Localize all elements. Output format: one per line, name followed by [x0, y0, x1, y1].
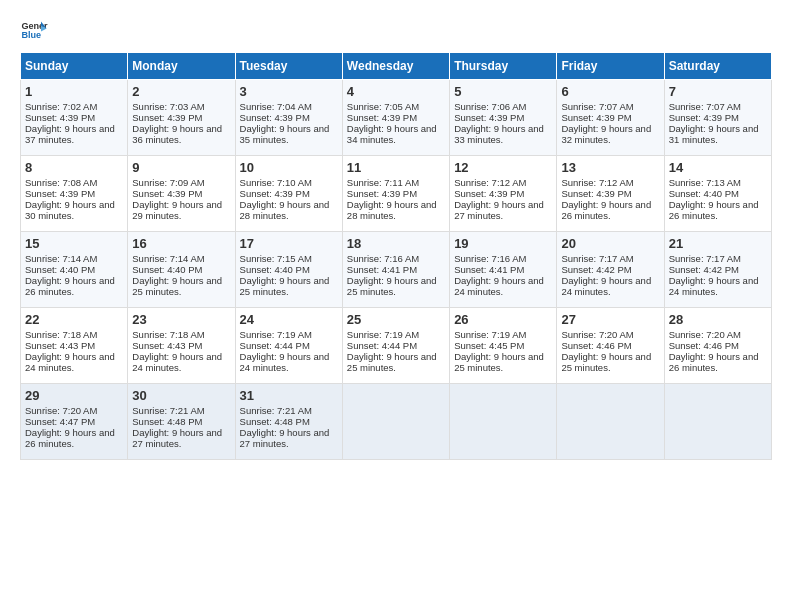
sunrise: Sunrise: 7:12 AM: [454, 177, 526, 188]
sunset: Sunset: 4:39 PM: [669, 112, 739, 123]
sunrise: Sunrise: 7:21 AM: [240, 405, 312, 416]
sunrise: Sunrise: 7:19 AM: [240, 329, 312, 340]
day-number: 9: [132, 160, 230, 175]
day-number: 28: [669, 312, 767, 327]
sunrise: Sunrise: 7:14 AM: [25, 253, 97, 264]
daylight: Daylight: 9 hours and 24 minutes.: [240, 351, 330, 373]
daylight: Daylight: 9 hours and 26 minutes.: [561, 199, 651, 221]
sunset: Sunset: 4:48 PM: [132, 416, 202, 427]
daylight: Daylight: 9 hours and 24 minutes.: [669, 275, 759, 297]
sunset: Sunset: 4:48 PM: [240, 416, 310, 427]
calendar-cell: 17Sunrise: 7:15 AMSunset: 4:40 PMDayligh…: [235, 232, 342, 308]
day-number: 11: [347, 160, 445, 175]
day-number: 21: [669, 236, 767, 251]
daylight: Daylight: 9 hours and 25 minutes.: [347, 351, 437, 373]
calendar-cell: 24Sunrise: 7:19 AMSunset: 4:44 PMDayligh…: [235, 308, 342, 384]
calendar-cell: 18Sunrise: 7:16 AMSunset: 4:41 PMDayligh…: [342, 232, 449, 308]
daylight: Daylight: 9 hours and 27 minutes.: [454, 199, 544, 221]
svg-text:Blue: Blue: [21, 30, 41, 40]
day-number: 20: [561, 236, 659, 251]
daylight: Daylight: 9 hours and 32 minutes.: [561, 123, 651, 145]
daylight: Daylight: 9 hours and 26 minutes.: [669, 351, 759, 373]
sunset: Sunset: 4:40 PM: [669, 188, 739, 199]
sunrise: Sunrise: 7:17 AM: [669, 253, 741, 264]
week-row-1: 1Sunrise: 7:02 AMSunset: 4:39 PMDaylight…: [21, 80, 772, 156]
sunset: Sunset: 4:39 PM: [454, 188, 524, 199]
day-number: 5: [454, 84, 552, 99]
calendar-cell: [664, 384, 771, 460]
day-header-wednesday: Wednesday: [342, 53, 449, 80]
sunrise: Sunrise: 7:18 AM: [25, 329, 97, 340]
calendar-cell: 21Sunrise: 7:17 AMSunset: 4:42 PMDayligh…: [664, 232, 771, 308]
day-number: 26: [454, 312, 552, 327]
daylight: Daylight: 9 hours and 25 minutes.: [454, 351, 544, 373]
daylight: Daylight: 9 hours and 34 minutes.: [347, 123, 437, 145]
daylight: Daylight: 9 hours and 26 minutes.: [25, 275, 115, 297]
sunrise: Sunrise: 7:11 AM: [347, 177, 419, 188]
daylight: Daylight: 9 hours and 26 minutes.: [25, 427, 115, 449]
sunrise: Sunrise: 7:18 AM: [132, 329, 204, 340]
sunset: Sunset: 4:41 PM: [347, 264, 417, 275]
day-number: 19: [454, 236, 552, 251]
day-number: 18: [347, 236, 445, 251]
day-header-sunday: Sunday: [21, 53, 128, 80]
day-header-friday: Friday: [557, 53, 664, 80]
day-number: 31: [240, 388, 338, 403]
daylight: Daylight: 9 hours and 25 minutes.: [240, 275, 330, 297]
calendar-cell: [557, 384, 664, 460]
day-number: 25: [347, 312, 445, 327]
day-header-thursday: Thursday: [450, 53, 557, 80]
sunset: Sunset: 4:39 PM: [347, 112, 417, 123]
day-number: 2: [132, 84, 230, 99]
sunset: Sunset: 4:41 PM: [454, 264, 524, 275]
calendar-cell: [342, 384, 449, 460]
sunset: Sunset: 4:47 PM: [25, 416, 95, 427]
sunset: Sunset: 4:39 PM: [240, 188, 310, 199]
calendar-cell: 5Sunrise: 7:06 AMSunset: 4:39 PMDaylight…: [450, 80, 557, 156]
sunset: Sunset: 4:39 PM: [25, 188, 95, 199]
header-row: SundayMondayTuesdayWednesdayThursdayFrid…: [21, 53, 772, 80]
calendar-cell: 31Sunrise: 7:21 AMSunset: 4:48 PMDayligh…: [235, 384, 342, 460]
day-number: 1: [25, 84, 123, 99]
day-number: 29: [25, 388, 123, 403]
sunrise: Sunrise: 7:02 AM: [25, 101, 97, 112]
day-number: 23: [132, 312, 230, 327]
calendar-cell: 29Sunrise: 7:20 AMSunset: 4:47 PMDayligh…: [21, 384, 128, 460]
day-number: 17: [240, 236, 338, 251]
sunrise: Sunrise: 7:07 AM: [669, 101, 741, 112]
calendar-cell: 10Sunrise: 7:10 AMSunset: 4:39 PMDayligh…: [235, 156, 342, 232]
calendar-cell: 9Sunrise: 7:09 AMSunset: 4:39 PMDaylight…: [128, 156, 235, 232]
day-number: 13: [561, 160, 659, 175]
calendar-cell: 23Sunrise: 7:18 AMSunset: 4:43 PMDayligh…: [128, 308, 235, 384]
calendar-cell: 30Sunrise: 7:21 AMSunset: 4:48 PMDayligh…: [128, 384, 235, 460]
day-number: 24: [240, 312, 338, 327]
sunrise: Sunrise: 7:20 AM: [669, 329, 741, 340]
sunset: Sunset: 4:44 PM: [347, 340, 417, 351]
sunset: Sunset: 4:39 PM: [454, 112, 524, 123]
day-number: 16: [132, 236, 230, 251]
sunset: Sunset: 4:46 PM: [561, 340, 631, 351]
day-number: 7: [669, 84, 767, 99]
daylight: Daylight: 9 hours and 28 minutes.: [240, 199, 330, 221]
daylight: Daylight: 9 hours and 25 minutes.: [347, 275, 437, 297]
sunset: Sunset: 4:39 PM: [132, 112, 202, 123]
day-number: 10: [240, 160, 338, 175]
logo: General Blue: [20, 16, 48, 44]
sunrise: Sunrise: 7:06 AM: [454, 101, 526, 112]
calendar-cell: 3Sunrise: 7:04 AMSunset: 4:39 PMDaylight…: [235, 80, 342, 156]
day-number: 6: [561, 84, 659, 99]
sunrise: Sunrise: 7:07 AM: [561, 101, 633, 112]
calendar-cell: 27Sunrise: 7:20 AMSunset: 4:46 PMDayligh…: [557, 308, 664, 384]
calendar-cell: 6Sunrise: 7:07 AMSunset: 4:39 PMDaylight…: [557, 80, 664, 156]
daylight: Daylight: 9 hours and 25 minutes.: [561, 351, 651, 373]
sunrise: Sunrise: 7:17 AM: [561, 253, 633, 264]
logo-icon: General Blue: [20, 16, 48, 44]
calendar-cell: 20Sunrise: 7:17 AMSunset: 4:42 PMDayligh…: [557, 232, 664, 308]
day-number: 14: [669, 160, 767, 175]
calendar-cell: 16Sunrise: 7:14 AMSunset: 4:40 PMDayligh…: [128, 232, 235, 308]
sunrise: Sunrise: 7:08 AM: [25, 177, 97, 188]
sunset: Sunset: 4:39 PM: [561, 112, 631, 123]
day-header-tuesday: Tuesday: [235, 53, 342, 80]
day-number: 22: [25, 312, 123, 327]
sunset: Sunset: 4:42 PM: [561, 264, 631, 275]
